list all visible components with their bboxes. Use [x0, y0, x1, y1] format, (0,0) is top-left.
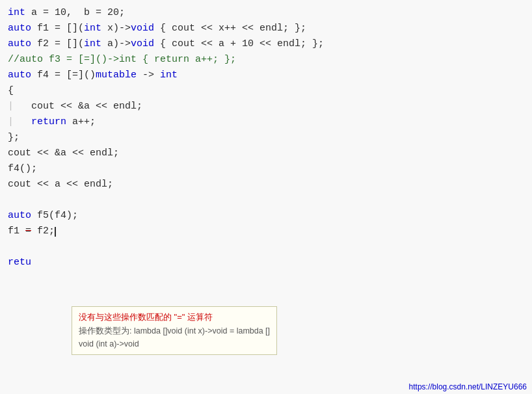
code-line-2: auto f1 = [](int x)->void { cout << x++ …: [8, 21, 524, 36]
code-line-3: auto f2 = [](int a)->void { cout << a + …: [8, 36, 524, 52]
code-line-12: cout << a << endl;: [8, 177, 524, 192]
code-line-11: f4();: [8, 161, 524, 177]
code-line-16: [8, 239, 524, 255]
code-line-15: f1 = f2;: [8, 224, 524, 239]
url-bar: https://blog.csdn.net/LINZEYU666: [409, 382, 527, 391]
code-line-10: cout << &a << endl;: [8, 146, 524, 161]
code-line-return: retu: [8, 255, 524, 270]
code-line-9: };: [8, 130, 524, 146]
code-line-4: //auto f3 = [=]()->int { return a++; };: [8, 52, 524, 68]
code-line-5: auto f4 = [=]()mutable -> int: [8, 68, 524, 83]
code-line-14: auto f5(f4);: [8, 208, 524, 224]
tooltip-detail: 操作数类型为: lambda []void (int x)->void = la…: [79, 324, 270, 350]
code-line-7: | cout << &a << endl;: [8, 99, 524, 114]
error-tooltip: 没有与这些操作数匹配的 "=" 运算符 操作数类型为: lambda []voi…: [72, 306, 277, 355]
code-line-1: int a = 10, b = 20;: [8, 5, 524, 21]
code-line-6: {: [8, 83, 524, 99]
code-editor: int a = 10, b = 20; auto f1 = [](int x)-…: [0, 0, 532, 276]
code-line-8: | return a++;: [8, 114, 524, 130]
tooltip-title: 没有与这些操作数匹配的 "=" 运算符: [79, 311, 270, 324]
code-line-13: [8, 192, 524, 208]
